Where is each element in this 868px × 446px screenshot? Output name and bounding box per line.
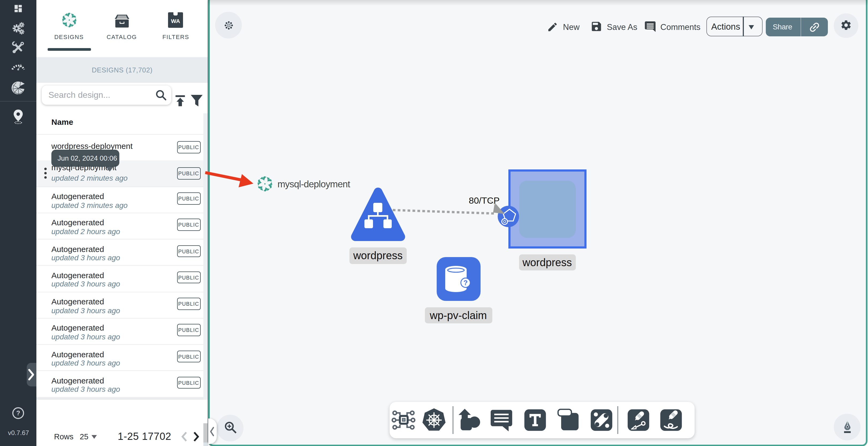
svg-text:?: ? bbox=[16, 409, 20, 417]
svg-text:?: ? bbox=[463, 279, 468, 287]
svg-text:WA: WA bbox=[171, 18, 180, 24]
